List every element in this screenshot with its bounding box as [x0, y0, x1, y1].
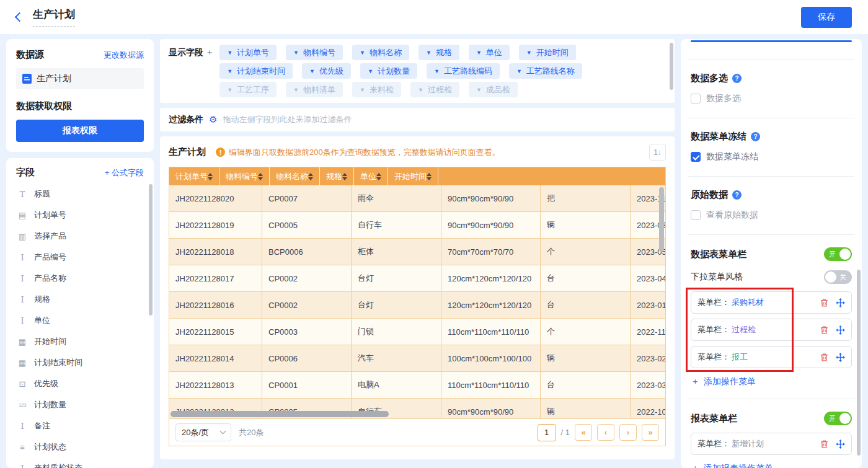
- pagination-button[interactable]: ›: [619, 424, 637, 441]
- multi-select-checkbox[interactable]: [691, 94, 701, 104]
- field-item[interactable]: I 规格: [6, 289, 154, 310]
- menu-item-link[interactable]: 报工: [732, 351, 748, 363]
- table-header-cell[interactable]: 计划单号: [169, 167, 219, 185]
- move-icon[interactable]: [836, 353, 845, 362]
- display-field-chip-disabled[interactable]: ▼ 成品检: [469, 82, 518, 97]
- field-item[interactable]: 123 计划数量: [6, 394, 154, 415]
- back-icon[interactable]: [15, 12, 25, 22]
- field-item[interactable]: I 来料质检状态: [6, 457, 154, 468]
- cell-spec: 110cm*110cm*110/110: [441, 319, 541, 345]
- display-field-chip-disabled[interactable]: ▼ 物料清单: [286, 82, 343, 97]
- sort-icon[interactable]: [308, 173, 313, 180]
- save-button[interactable]: 保存: [801, 7, 852, 28]
- field-type-icon: ▥: [17, 232, 27, 241]
- display-field-chip[interactable]: ▼ 优先级: [302, 63, 351, 79]
- topbar: 生产计划 保存: [0, 0, 868, 34]
- sort-icon[interactable]: [342, 173, 347, 180]
- table-header-cell[interactable]: 单位: [354, 167, 388, 185]
- report-menubar-toggle[interactable]: 开: [824, 412, 852, 425]
- dropdown-style-toggle[interactable]: 关: [824, 270, 852, 284]
- chip-label: 工艺工序: [237, 84, 269, 95]
- field-item[interactable]: ▦ 开始时间: [6, 331, 154, 352]
- sort-icon[interactable]: [208, 173, 213, 180]
- display-field-chip[interactable]: ▼ 计划结束时间: [219, 63, 293, 79]
- display-field-chip[interactable]: ▼ 规格: [418, 45, 459, 60]
- field-item[interactable]: ⊡ 优先级: [6, 373, 154, 394]
- change-datasource-link[interactable]: 更改数据源: [104, 50, 144, 61]
- display-field-chip[interactable]: ▼ 开始时间: [519, 45, 576, 60]
- gear-icon[interactable]: ⚙: [209, 114, 217, 125]
- trash-icon[interactable]: [820, 325, 829, 335]
- table-header-cell[interactable]: 开始时间: [388, 167, 438, 185]
- field-item[interactable]: I 产品编号: [6, 247, 154, 268]
- sort-icon[interactable]: [258, 173, 263, 180]
- right-scrollbar[interactable]: [857, 270, 861, 456]
- menu-freeze-checkbox[interactable]: [691, 152, 701, 162]
- table-menubar-toggle[interactable]: 开: [824, 247, 852, 261]
- add-action-menu-link[interactable]: ＋ 添加操作菜单: [691, 376, 852, 387]
- trash-icon[interactable]: [820, 439, 829, 449]
- data-table: 计划单号 物料编号 物料名称: [169, 167, 666, 446]
- display-field-chip-disabled[interactable]: ▼ 过程检: [410, 82, 459, 97]
- table-header-cell[interactable]: 物料编号: [219, 167, 270, 185]
- field-item-label: 产品名称: [34, 273, 66, 284]
- left-scrollbar[interactable]: [149, 184, 153, 316]
- chip-label: 物料编号: [303, 47, 335, 58]
- menu-item-link[interactable]: 过程检: [732, 324, 756, 335]
- display-field-chip[interactable]: ▼ 工艺路线编码: [427, 63, 500, 79]
- raw-data-checkbox[interactable]: [691, 210, 701, 220]
- add-report-menu-link[interactable]: ＋ 添加报表操作菜单: [691, 463, 852, 468]
- pagination-button[interactable]: »: [642, 424, 659, 441]
- field-item[interactable]: I 单位: [6, 310, 154, 331]
- cell-unit: 个: [541, 239, 631, 265]
- display-field-chip[interactable]: ▼ 计划单号: [219, 45, 277, 60]
- help-icon[interactable]: ?: [732, 190, 742, 200]
- sort-icon[interactable]: [427, 173, 432, 180]
- field-item-label: 计划数量: [34, 399, 66, 410]
- table-header-cell[interactable]: 规格: [320, 167, 354, 185]
- display-field-chip[interactable]: ▼ 物料编号: [286, 45, 343, 60]
- datasource-item[interactable]: 生产计划: [16, 68, 144, 89]
- add-display-field-button[interactable]: +: [207, 47, 212, 57]
- display-field-chip-disabled[interactable]: ▼ 来料检: [352, 82, 401, 97]
- field-item[interactable]: ▤ 计划单号: [6, 205, 154, 226]
- move-icon[interactable]: [836, 298, 845, 307]
- field-type-icon: ▦: [17, 337, 27, 347]
- field-item[interactable]: ▥ 选择产品: [6, 226, 154, 247]
- help-icon[interactable]: ?: [732, 74, 742, 83]
- display-fields-scrollbar[interactable]: [670, 43, 673, 90]
- field-item[interactable]: I 产品名称: [6, 268, 154, 289]
- move-icon[interactable]: [836, 439, 845, 449]
- sort-order-button[interactable]: 1↓: [649, 144, 666, 161]
- page-input[interactable]: [538, 424, 556, 441]
- sort-icon[interactable]: [376, 173, 381, 180]
- table-vertical-scrollbar[interactable]: [659, 187, 664, 252]
- display-field-chip[interactable]: ▼ 物料名称: [352, 45, 409, 60]
- pagination-button[interactable]: ‹: [597, 424, 614, 441]
- chip-row-2: ▼ 计划结束时间 ▼ 优先级 ▼ 计划数量: [219, 63, 582, 79]
- cell-plan-no: JH20221128018: [169, 239, 262, 265]
- trash-icon[interactable]: [820, 298, 829, 307]
- display-field-chip[interactable]: ▼ 工艺路线名称: [509, 63, 582, 79]
- table-header-cell[interactable]: 物料名称: [270, 167, 320, 185]
- move-icon[interactable]: [836, 325, 845, 335]
- display-field-chip[interactable]: ▼ 计划数量: [360, 63, 417, 79]
- display-field-chip[interactable]: ▼ 单位: [469, 45, 510, 60]
- trash-icon[interactable]: [820, 353, 829, 362]
- filter-panel[interactable]: 过滤条件 ⚙ 拖动左侧字段到此处来添加过滤条件: [160, 108, 675, 131]
- field-item[interactable]: ≡ 计划状态: [6, 436, 154, 457]
- field-item[interactable]: I 备注: [6, 415, 154, 436]
- report-permission-button[interactable]: 报表权限: [16, 120, 144, 142]
- pagination-button[interactable]: «: [575, 424, 592, 441]
- field-item[interactable]: T 标题: [6, 183, 154, 205]
- menu-item-link[interactable]: 采购耗材: [732, 297, 764, 308]
- help-icon[interactable]: ?: [751, 132, 760, 141]
- field-item-label: 计划状态: [34, 441, 66, 453]
- page-size-select[interactable]: 20条/页: [175, 423, 231, 441]
- display-field-chip-disabled[interactable]: ▼ 工艺工序: [219, 82, 277, 97]
- formula-field-link[interactable]: + 公式字段: [105, 167, 144, 179]
- chevron-down-icon: [220, 428, 226, 435]
- table-horizontal-scrollbar[interactable]: [170, 411, 389, 417]
- field-item[interactable]: ▦ 计划结束时间: [6, 352, 154, 373]
- menu-item-link[interactable]: 新增计划: [732, 438, 764, 449]
